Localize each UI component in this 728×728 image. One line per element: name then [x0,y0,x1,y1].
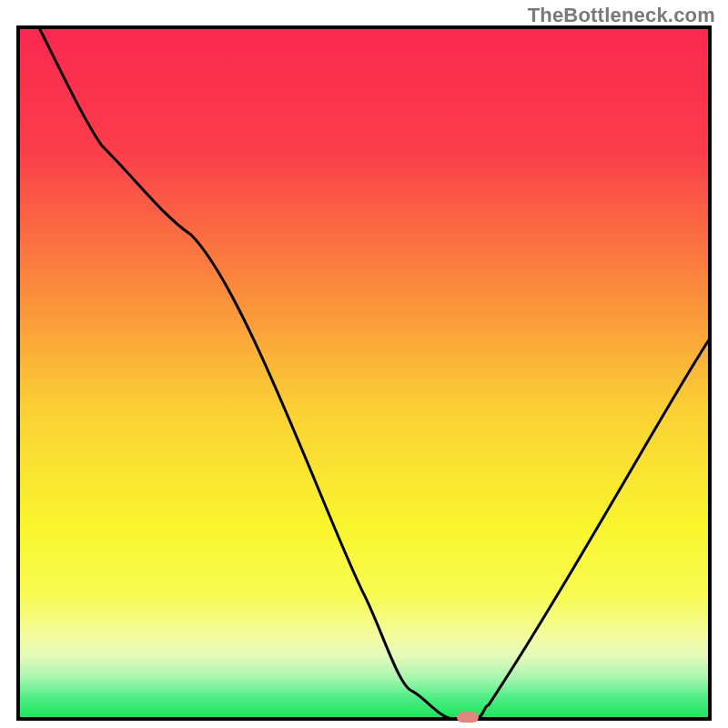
chart-background [18,27,710,719]
optimum-marker [457,712,479,723]
watermark-text: TheBottleneck.com [528,4,715,27]
bottleneck-chart: TheBottleneck.com [0,0,728,728]
chart-svg [0,0,728,728]
